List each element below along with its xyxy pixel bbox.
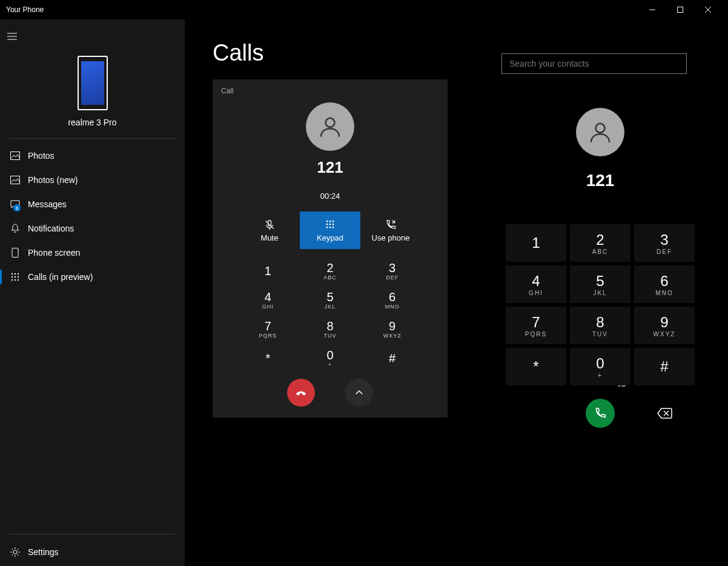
- place-call-button[interactable]: [586, 399, 615, 428]
- keypad-key-4[interactable]: 4GHI: [237, 285, 299, 315]
- keypad-letters: MNO: [385, 304, 400, 310]
- keypad-letters: +: [328, 362, 332, 368]
- keypad-digit: 4: [532, 273, 540, 290]
- image-icon: [8, 151, 22, 160]
- keypad-key-0[interactable]: 0+: [570, 348, 630, 385]
- svg-point-17: [18, 276, 19, 278]
- sidebar-item-label: Photos (new): [28, 175, 78, 185]
- call-number: 121: [220, 158, 440, 177]
- keypad-digit: *: [265, 351, 270, 365]
- backspace-button[interactable]: [634, 407, 695, 419]
- svg-line-29: [18, 548, 19, 550]
- svg-point-21: [13, 550, 17, 554]
- sidebar-item-calls[interactable]: Calls (in preview): [0, 265, 185, 289]
- keypad-key-2[interactable]: 2ABC: [570, 224, 630, 262]
- maximize-button[interactable]: [666, 0, 694, 19]
- keypad-digit: 6: [389, 290, 395, 304]
- keypad-key-9[interactable]: 9WXYZ: [361, 315, 423, 344]
- keypad-key-8[interactable]: 8TUV: [570, 307, 630, 344]
- keypad-key-#[interactable]: #: [634, 348, 695, 385]
- keypad-digit: 3: [660, 231, 668, 248]
- keypad-key-5[interactable]: 5JKL: [570, 265, 630, 303]
- use-phone-button[interactable]: Use phone: [360, 211, 421, 249]
- close-button[interactable]: [694, 0, 722, 19]
- hangup-button[interactable]: [287, 379, 315, 407]
- search-contacts-input[interactable]: [501, 53, 687, 74]
- nav-list: Photos Photos (new) 1 Messages Notificat…: [0, 144, 185, 289]
- collapse-keypad-button[interactable]: [345, 379, 373, 407]
- keypad-letters: MNO: [655, 290, 673, 296]
- dial-avatar: [576, 108, 624, 156]
- sidebar-item-label: Notifications: [28, 224, 74, 233]
- keypad-letters: ABC: [592, 248, 609, 255]
- phone-icon: [594, 407, 607, 420]
- sidebar-item-notifications[interactable]: Notifications: [0, 216, 185, 241]
- keypad-letters: WXYZ: [654, 331, 676, 338]
- dialer-column: 121 12ABC3DEF4GHI5JKL6MNO7PQRS8TUV9WXYZ*…: [465, 19, 728, 566]
- dialpad-icon: [8, 273, 22, 281]
- keypad-digit: 1: [532, 235, 540, 251]
- svg-point-13: [15, 273, 16, 275]
- keypad-letters: ABC: [323, 275, 337, 281]
- sidebar-item-label: Calls (in preview): [28, 272, 93, 282]
- keypad-key-4[interactable]: 4GHI: [506, 265, 566, 303]
- keypad-key-9[interactable]: 9WXYZ: [634, 307, 695, 344]
- sidebar-item-phone-screen[interactable]: Phone screen: [0, 241, 185, 265]
- keypad-letters: JKL: [325, 304, 336, 310]
- keypad-key-*[interactable]: *: [237, 344, 299, 373]
- keypad-key-1[interactable]: 1: [506, 224, 566, 262]
- keypad-button[interactable]: Keypad: [300, 211, 360, 249]
- keypad-letters: WXYZ: [383, 333, 402, 339]
- svg-point-16: [15, 276, 16, 278]
- keypad-key-8[interactable]: 8TUV: [299, 315, 362, 344]
- svg-point-34: [326, 220, 328, 222]
- dial-number: 121: [501, 171, 699, 190]
- image-icon: [8, 176, 22, 184]
- call-timer: 00:24: [220, 191, 440, 201]
- keypad-digit: 1: [265, 264, 271, 278]
- keypad-key-1[interactable]: 1: [237, 256, 299, 285]
- phone-transfer-icon: [385, 219, 397, 231]
- keypad-key-7[interactable]: 7PQRS: [506, 307, 566, 344]
- keypad-key-6[interactable]: 6MNO: [634, 265, 695, 303]
- mute-button[interactable]: Mute: [239, 211, 300, 249]
- keypad-key-7[interactable]: 7PQRS: [237, 315, 299, 344]
- keypad-key-0[interactable]: 0+: [299, 344, 362, 373]
- sidebar-item-settings[interactable]: Settings: [10, 538, 175, 566]
- sidebar-item-messages[interactable]: 1 Messages: [0, 192, 185, 216]
- minimize-icon: [649, 7, 655, 13]
- keypad-icon: [324, 219, 336, 231]
- keypad-key-6[interactable]: 6MNO: [361, 285, 423, 315]
- keypad-digit: 3: [389, 261, 395, 275]
- keypad-letters: PQRS: [259, 333, 277, 339]
- active-call-card: Call 121 00:24 Mute Keypad: [213, 79, 448, 418]
- keypad-digit: 2: [596, 231, 604, 248]
- keypad-digit: 2: [326, 261, 333, 275]
- svg-point-18: [12, 279, 13, 281]
- mute-icon: [263, 219, 276, 231]
- sidebar-item-photos-new[interactable]: Photos (new): [0, 168, 185, 192]
- sidebar-item-photos[interactable]: Photos: [0, 144, 185, 168]
- keypad-key-3[interactable]: 3DEF: [634, 224, 695, 262]
- keypad-key-5[interactable]: 5JKL: [299, 285, 362, 315]
- hamburger-button[interactable]: [0, 24, 24, 48]
- svg-point-20: [18, 279, 19, 281]
- keypad-key-*[interactable]: *: [506, 348, 566, 385]
- keypad-letters: +: [598, 372, 603, 379]
- page-title: Calls: [213, 40, 451, 66]
- keypad-key-3[interactable]: 3DEF: [361, 256, 423, 285]
- keypad-key-#[interactable]: #: [361, 344, 423, 373]
- svg-point-30: [326, 118, 335, 127]
- hangup-icon: [294, 386, 308, 399]
- sidebar-item-label: Messages: [28, 199, 67, 209]
- device-name: realme 3 Pro: [0, 115, 185, 138]
- hamburger-icon: [7, 33, 17, 40]
- keypad-digit: 0: [596, 355, 604, 372]
- maximize-icon: [677, 7, 683, 13]
- keypad-letters: JKL: [593, 290, 607, 296]
- keypad-key-2[interactable]: 2ABC: [299, 256, 362, 285]
- calls-column: Calls Call 121 00:24 Mute Keypad: [185, 19, 465, 566]
- minimize-button[interactable]: [638, 0, 666, 19]
- svg-point-40: [326, 226, 328, 228]
- keypad-digit: 5: [326, 290, 333, 304]
